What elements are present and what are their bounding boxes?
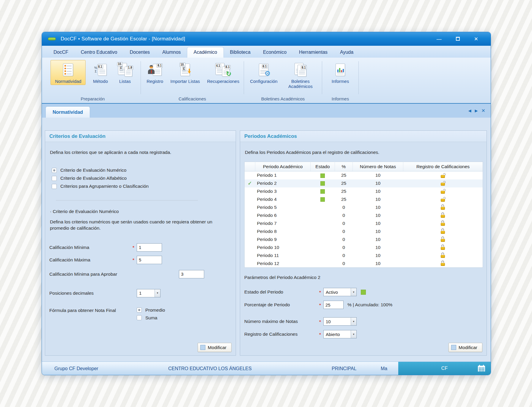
menu-item-ayuda[interactable]: Ayuda (334, 47, 360, 58)
required-asterisk: * (319, 302, 323, 307)
table-row[interactable]: Periodo 6010 (245, 212, 483, 220)
estado-periodo-select[interactable]: Activo (323, 288, 357, 296)
tab-next-icon[interactable]: ▶ (475, 108, 478, 113)
documents-refresh-icon: 4.1 8.1 ↻ (215, 62, 230, 78)
ribbon-button-registro[interactable]: 8.1 Registro (144, 60, 166, 85)
panel-periodos-academicos: Periodos Académicos Defina los Periodos … (240, 130, 487, 356)
table-row[interactable]: Periodo 42510 (245, 195, 483, 204)
table-row[interactable]: Periodo 12510 (245, 171, 483, 179)
menu-item-alumnos[interactable]: Alumnos (156, 47, 187, 58)
lock-closed-icon (440, 213, 446, 218)
menu-item-economico[interactable]: Económico (257, 47, 293, 58)
numero-notas-select[interactable]: 10 (323, 317, 357, 326)
modificar-button-criterios[interactable]: Modificar (198, 343, 232, 352)
statusbar: Grupo CF Developer CENTRO EDUCATIVO LOS … (42, 362, 491, 375)
menubar: DocCF Centro Educativo Docentes Alumnos … (42, 46, 491, 58)
checkbox-promedio[interactable] (137, 307, 142, 313)
periodos-intro-text: Defina los Periodos Académicos para el r… (245, 150, 482, 155)
ribbon-separator (244, 61, 244, 94)
registro-calificaciones-select[interactable]: Abierto (323, 330, 357, 338)
calendar-icon[interactable] (478, 365, 485, 373)
chevron-down-icon[interactable] (351, 318, 356, 325)
maximize-button[interactable] (456, 37, 460, 42)
ribbon-button-boletines-academicos[interactable]: 8.1 Boletines Académicos (282, 60, 319, 90)
tab-close-icon[interactable]: ✕ (481, 108, 485, 113)
periodo-notas: 10 (353, 195, 403, 204)
window-controls: — ✕ (437, 32, 478, 46)
calificacion-minima-input[interactable] (137, 243, 162, 252)
estado-active-icon (320, 189, 325, 194)
periodo-name: Periodo 10 (255, 244, 311, 252)
ribbon-button-metodo[interactable]: %Σ 8.1 Método (90, 60, 111, 85)
col-header-periodo: Periodo Académico (255, 162, 311, 171)
lock-closed-icon (440, 237, 446, 242)
periodo-notas: 10 (353, 204, 403, 212)
periodo-percent: 0 (335, 252, 353, 260)
checkbox-row: Suma (137, 315, 165, 321)
table-row[interactable]: Periodo 11010 (245, 252, 483, 260)
calificacion-maxima-input[interactable] (137, 256, 162, 264)
menu-item-docentes[interactable]: Docentes (124, 47, 156, 58)
table-row[interactable]: Periodo 5010 (245, 204, 483, 212)
minimize-button[interactable]: — (437, 37, 442, 42)
criterio-numerico-subtitle: · Criterio de Evaluación Numérico (50, 209, 232, 214)
ribbon-button-configuracion[interactable]: 8.1 ⚙ Configuración (247, 60, 280, 85)
app-icon[interactable] (48, 37, 56, 40)
table-row[interactable]: Periodo 12010 (245, 260, 483, 268)
table-row[interactable]: Periodo 32510 (245, 187, 483, 195)
lock-open-icon (440, 189, 446, 194)
table-row[interactable]: ✓Periodo 22510 (245, 179, 483, 187)
posiciones-decimales-select[interactable]: 1 (137, 289, 160, 297)
tab-navigation: ◀ ▶ ✕ (468, 104, 485, 118)
periodo-name: Periodo 3 (255, 187, 311, 195)
table-row[interactable]: Periodo 10010 (245, 244, 483, 252)
ribbon-button-listas[interactable]: 10.E 1.8 Listas (115, 60, 135, 85)
lock-closed-icon (440, 205, 446, 210)
modificar-button-periodos[interactable]: Modificar (448, 343, 482, 352)
ribbon-group-preparacion: Normatividad %Σ 8.1 Método 10.E (45, 59, 140, 103)
periodo-notas: 10 (353, 236, 403, 244)
table-row[interactable]: Periodo 9010 (245, 236, 483, 244)
app-window: DocCF • Software de Gestión Escolar - [N… (42, 32, 491, 375)
periodos-table: Periodo Académico Estado % Número de Not… (244, 162, 483, 268)
ribbon-button-importar-listas[interactable]: 10.E Importar Listas (168, 60, 202, 85)
checkbox-suma[interactable] (137, 315, 142, 320)
checkbox-criterio-agrupamiento[interactable] (52, 184, 57, 189)
periodo-percent: 0 (335, 228, 353, 236)
chevron-down-icon[interactable] (155, 289, 160, 297)
menu-item-biblioteca[interactable]: Biblioteca (224, 47, 257, 58)
calificacion-aprobar-input[interactable] (179, 270, 204, 278)
lock-closed-icon (440, 221, 446, 226)
periodo-percent: 0 (335, 244, 353, 252)
chevron-down-icon[interactable] (351, 330, 356, 338)
required-asterisk: * (319, 332, 323, 337)
ribbon-separator (141, 61, 141, 94)
ribbon-group-calificaciones: 8.1 Registro 10.E Importar Listas (141, 59, 243, 103)
lock-closed-icon (440, 245, 446, 250)
menu-item-centro-educativo[interactable]: Centro Educativo (75, 47, 124, 58)
ribbon-button-normatividad[interactable]: Normatividad (51, 60, 86, 85)
desktop-background: DocCF • Software de Gestión Escolar - [N… (0, 0, 532, 407)
ribbon-button-informes[interactable]: Informes (329, 60, 352, 85)
field-row-calificacion-minima: Calificación Mínima * (49, 243, 232, 252)
close-button[interactable]: ✕ (474, 37, 478, 42)
window-title: DocCF • Software de Gestión Escolar - [N… (61, 36, 185, 42)
tab-prev-icon[interactable]: ◀ (468, 108, 471, 113)
menu-item-academico[interactable]: Académico (187, 47, 223, 58)
tab-normatividad[interactable]: Normatividad (45, 106, 90, 118)
ribbon-group-label-boletines: Boletines Académicos (245, 95, 321, 103)
menu-item-herramientas[interactable]: Herramientas (293, 47, 334, 58)
lock-closed-icon (440, 229, 446, 234)
field-row-porcentaje-periodo: Porcentaje de Periodo * % | Acumulado: 1… (244, 301, 482, 309)
menu-item-doccf[interactable]: DocCF (47, 47, 75, 58)
table-row[interactable]: Periodo 8010 (245, 228, 483, 236)
chevron-down-icon[interactable] (351, 288, 356, 296)
periodo-name: Periodo 8 (255, 228, 311, 236)
table-row[interactable]: Periodo 7010 (245, 220, 483, 228)
porcentaje-periodo-input[interactable] (323, 301, 344, 309)
divider (56, 200, 198, 201)
params-title: Parámetros del Periodo Académico 2 (244, 275, 482, 280)
ribbon-button-recuperaciones[interactable]: 4.1 8.1 ↻ Recuperaciones (204, 60, 241, 85)
checkbox-criterio-alfabetico[interactable] (52, 176, 57, 181)
checkbox-criterio-numerico[interactable] (52, 168, 57, 173)
